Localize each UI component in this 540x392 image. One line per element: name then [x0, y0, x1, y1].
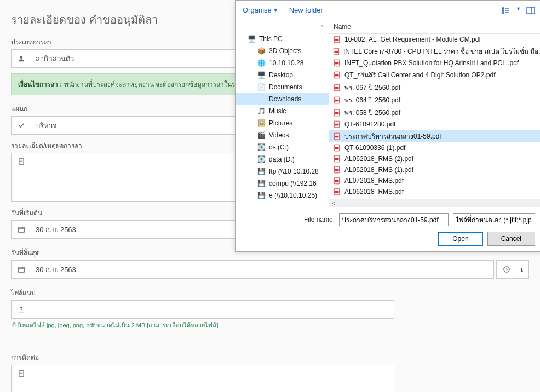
file-row[interactable]: พร. 064 ปี 2560.pdf	[329, 94, 540, 106]
file-row[interactable]: พร. 058 ปี 2560.pdf	[329, 106, 540, 119]
file-name: AL062018_RMS (2).pdf	[344, 155, 413, 163]
file-row[interactable]: 10-002_AL_Get Requirement - Module CM.pd…	[329, 34, 540, 45]
horizontal-scrollbar[interactable]: <	[329, 199, 540, 207]
sidebar-header: ^	[236, 22, 329, 33]
file-name: QT-61091280.pdf	[344, 120, 395, 128]
new-folder-button[interactable]: New folder	[289, 6, 323, 14]
svg-rect-35	[335, 87, 339, 89]
svg-rect-4	[18, 227, 24, 232]
file-name: พร. 067 ปี 2560.pdf	[344, 82, 400, 93]
check-icon	[12, 117, 31, 134]
folder-tree-sidebar: ^ 🖥️ This PC 📦 3D Objects 🌐 10.10.10.28 …	[236, 20, 329, 207]
open-button[interactable]: Open	[438, 232, 482, 246]
file-list-header[interactable]: Name	[329, 20, 540, 34]
chevron-down-icon: ▼	[273, 8, 278, 13]
network-drive-icon: 💾	[257, 179, 266, 188]
documents-icon: 📄	[257, 83, 266, 91]
pdf-icon	[332, 83, 341, 92]
file-row[interactable]: INET_Quotation PBX Solution for HQ Arins…	[329, 57, 540, 68]
dialog-body: ^ 🖥️ This PC 📦 3D Objects 🌐 10.10.10.28 …	[236, 20, 540, 207]
file-row[interactable]: AL072018_RMS.pdf	[329, 175, 540, 186]
file-row[interactable]: QT_อรินสิริ Call Center and 4 Digit Solu…	[329, 68, 540, 81]
tree-data-d[interactable]: 💽 data (D:)	[236, 153, 329, 165]
pdf-icon	[332, 154, 341, 163]
file-upload[interactable]	[11, 300, 394, 319]
tree-documents[interactable]: 📄 Documents	[236, 81, 329, 93]
end-date-picker[interactable]	[11, 260, 494, 279]
drive-icon: 💽	[257, 143, 266, 152]
svg-rect-24	[527, 7, 535, 14]
calendar-icon	[12, 221, 31, 238]
file-name: AL062018_RMS.pdf	[344, 188, 404, 195]
svg-rect-43	[335, 135, 339, 137]
upload-icon	[12, 305, 31, 313]
organise-button[interactable]: Organise ▼	[243, 6, 278, 14]
notice-prefix: เงื่อนไขการลา :	[18, 80, 62, 88]
pdf-icon	[332, 176, 341, 185]
file-row[interactable]: AL062018_RMS (1).pdf	[329, 164, 540, 175]
pdf-icon	[332, 59, 341, 67]
pc-icon: 🖥️	[247, 34, 256, 43]
tree-os-c[interactable]: 💽 os (C:)	[236, 141, 329, 153]
desktop-icon: 🖥️	[257, 71, 266, 79]
filename-input[interactable]	[339, 213, 449, 226]
tree-music[interactable]: 🎵 Music	[236, 105, 329, 117]
file-name: ประกาศบริหารส่วนกลาง01-59.pdf	[344, 131, 441, 141]
pdf-icon	[332, 143, 341, 152]
svg-rect-19	[502, 10, 504, 11]
file-name: INTEL Core i7-8700 - CPU INTEL ราคา ซื้อ…	[343, 46, 540, 56]
tree-desktop[interactable]: 🖥️ Desktop	[236, 69, 329, 81]
file-row[interactable]: ประกาศบริหารส่วนกลาง01-59.pdf	[329, 130, 540, 142]
svg-rect-9	[18, 267, 24, 272]
file-row[interactable]: พร. 067 ปี 2560.pdf	[329, 81, 540, 94]
file-row[interactable]: AL062018_RMS.pdf	[329, 186, 540, 197]
dialog-footer: File name: Open Cancel	[236, 207, 540, 251]
file-list: 10-002_AL_Get Requirement - Module CM.pd…	[329, 34, 540, 199]
document-icon	[12, 365, 31, 392]
network-drive-icon: 💾	[257, 191, 266, 200]
chevron-down-icon[interactable]: ▼	[516, 6, 521, 15]
file-row[interactable]: QT-61091280.pdf	[329, 119, 540, 130]
tree-compu[interactable]: 💾 compu (\\192.16	[236, 177, 329, 189]
name-column-header[interactable]: Name	[334, 23, 351, 31]
svg-rect-18	[502, 8, 504, 9]
pdf-icon	[332, 120, 341, 129]
svg-rect-29	[335, 50, 338, 53]
end-date-input[interactable]	[31, 261, 493, 278]
document-icon	[12, 153, 31, 201]
svg-point-0	[20, 56, 22, 59]
scroll-left-icon[interactable]: <	[329, 200, 338, 206]
pdf-icon	[332, 47, 340, 56]
file-row[interactable]: INTEL Core i7-8700 - CPU INTEL ราคา ซื้อ…	[329, 45, 540, 57]
file-name: QT-61090336 (1).pdf	[344, 144, 405, 152]
collapse-chevron-icon[interactable]: ^	[320, 25, 323, 31]
pdf-icon	[332, 71, 341, 79]
tree-this-pc[interactable]: 🖥️ This PC	[236, 33, 329, 45]
cancel-button[interactable]: Cancel	[487, 232, 535, 246]
tree-e-drive[interactable]: 💾 e (\\10.10.10.25)	[236, 189, 329, 201]
end-time-input[interactable]	[516, 261, 528, 278]
contact-textarea[interactable]	[31, 365, 394, 392]
file-name: พร. 064 ปี 2560.pdf	[344, 95, 400, 105]
file-row[interactable]: QT-61090336 (1).pdf	[329, 142, 540, 153]
preview-pane-icon[interactable]	[526, 6, 535, 15]
tree-videos[interactable]: 🎬 Videos	[236, 129, 329, 141]
file-name: พร. 058 ปี 2560.pdf	[344, 107, 400, 118]
file-row[interactable]: AL062018_RMS (2).pdf	[329, 153, 540, 164]
view-options-icon[interactable]	[502, 6, 510, 15]
music-icon: 🎵	[257, 107, 266, 116]
clock-icon	[497, 261, 516, 278]
svg-rect-37	[335, 99, 339, 101]
tree-network[interactable]: 🌐 10.10.10.28	[236, 57, 329, 69]
tree-ftp[interactable]: 💾 ftp (\\10.10.10.28	[236, 165, 329, 177]
file-name: AL072018_RMS.pdf	[344, 177, 404, 185]
svg-rect-27	[335, 39, 339, 41]
file-name: 10-002_AL_Get Requirement - Module CM.pd…	[344, 36, 481, 43]
end-time-picker[interactable]	[496, 260, 529, 279]
filetype-select[interactable]	[453, 213, 535, 226]
pdf-icon	[332, 96, 341, 105]
tree-pictures[interactable]: 🖼️ Pictures	[236, 117, 329, 129]
tree-downloads[interactable]: Downloads	[236, 93, 329, 105]
file-name: QT_อรินสิริ Call Center and 4 Digit Solu…	[344, 70, 495, 80]
tree-3d-objects[interactable]: 📦 3D Objects	[236, 45, 329, 57]
